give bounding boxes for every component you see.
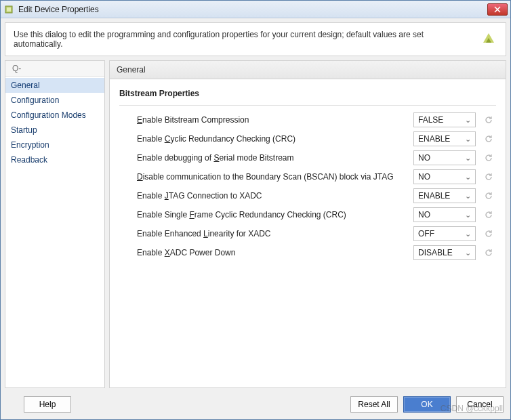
help-button[interactable]: Help bbox=[24, 396, 71, 413]
chevron-down-icon: ⌄ bbox=[465, 249, 471, 257]
sidebar-item[interactable]: Configuration bbox=[5, 93, 104, 108]
info-text: Use this dialog to edit the programming … bbox=[14, 30, 473, 49]
property-row: Enable Enhanced Linearity for XADCOFF⌄ bbox=[119, 226, 496, 241]
dialog-window: Edit Device Properties Use this dialog t… bbox=[0, 0, 511, 420]
reset-all-label: Reset All bbox=[358, 400, 390, 409]
property-label: Enable JTAG Connection to XADC bbox=[119, 191, 408, 201]
property-row: Enable Cyclic Redundancy Checking (CRC)E… bbox=[119, 131, 496, 146]
property-label: Enable XADC Power Down bbox=[119, 248, 408, 257]
reset-icon[interactable] bbox=[481, 150, 496, 165]
reset-icon[interactable] bbox=[481, 188, 496, 203]
search-input[interactable] bbox=[11, 62, 115, 75]
property-row: Enable XADC Power DownDISABLE⌄ bbox=[119, 245, 496, 260]
select-value: ENABLE bbox=[418, 134, 450, 144]
select-value: NO bbox=[418, 172, 430, 182]
app-icon bbox=[3, 4, 14, 15]
sidebar-item[interactable]: Readback bbox=[5, 152, 104, 167]
select-value: NO bbox=[418, 153, 430, 163]
sidebar-item[interactable]: Encryption bbox=[5, 138, 104, 152]
property-select[interactable]: NO⌄ bbox=[413, 207, 476, 222]
property-select[interactable]: ENABLE⌄ bbox=[413, 131, 476, 146]
property-select[interactable]: FALSE⌄ bbox=[413, 112, 476, 127]
property-select[interactable]: NO⌄ bbox=[413, 150, 476, 165]
chevron-down-icon: ⌄ bbox=[465, 135, 471, 144]
property-label: Enable debugging of Serial mode Bitstrea… bbox=[119, 153, 408, 163]
sidebar: GeneralConfigurationConfiguration ModesS… bbox=[5, 60, 105, 388]
chevron-down-icon: ⌄ bbox=[465, 173, 471, 182]
divider bbox=[119, 105, 496, 106]
pane-header: General bbox=[110, 61, 506, 79]
sidebar-item[interactable]: Configuration Modes bbox=[5, 108, 104, 123]
help-label: Help bbox=[39, 400, 56, 409]
close-button[interactable] bbox=[487, 3, 508, 16]
close-icon bbox=[494, 6, 501, 13]
titlebar: Edit Device Properties bbox=[1, 1, 510, 18]
chevron-down-icon: ⌄ bbox=[465, 230, 471, 238]
property-label: Enable Single Frame Cyclic Redundancy Ch… bbox=[119, 210, 408, 219]
chevron-down-icon: ⌄ bbox=[465, 192, 471, 201]
svg-rect-1 bbox=[7, 7, 11, 12]
nav-list: GeneralConfigurationConfiguration ModesS… bbox=[5, 77, 104, 387]
property-row: Disable communication to the Boundary Sc… bbox=[119, 169, 496, 184]
select-value: OFF bbox=[418, 229, 434, 238]
property-select[interactable]: ENABLE⌄ bbox=[413, 188, 476, 203]
select-value: DISABLE bbox=[418, 248, 453, 257]
reset-icon[interactable] bbox=[481, 207, 496, 222]
section-title: Bitstream Properties bbox=[119, 89, 496, 98]
property-label: Enable Cyclic Redundancy Checking (CRC) bbox=[119, 134, 408, 144]
chevron-down-icon: ⌄ bbox=[465, 211, 471, 219]
cancel-button[interactable]: Cancel bbox=[456, 396, 504, 413]
footer: Help Reset All OK Cancel bbox=[1, 391, 510, 419]
select-value: FALSE bbox=[418, 115, 443, 125]
ok-button[interactable]: OK bbox=[403, 396, 451, 413]
ok-label: OK bbox=[421, 400, 432, 409]
info-banner: Use this dialog to edit the programming … bbox=[5, 22, 506, 56]
chevron-down-icon: ⌄ bbox=[465, 116, 471, 125]
sidebar-item[interactable]: General bbox=[5, 78, 104, 93]
property-row: Enable Single Frame Cyclic Redundancy Ch… bbox=[119, 207, 496, 222]
property-label: Enable Enhanced Linearity for XADC bbox=[119, 229, 408, 238]
pane-content: Bitstream Properties Enable Bitstream Co… bbox=[110, 79, 506, 387]
body: GeneralConfigurationConfiguration ModesS… bbox=[5, 60, 506, 388]
chevron-down-icon: ⌄ bbox=[465, 154, 471, 163]
select-value: ENABLE bbox=[418, 191, 450, 201]
select-value: NO bbox=[418, 210, 430, 219]
window-title: Edit Device Properties bbox=[18, 5, 483, 14]
property-select[interactable]: OFF⌄ bbox=[413, 226, 476, 241]
reset-icon[interactable] bbox=[481, 226, 496, 241]
property-row: Enable Bitstream CompressionFALSE⌄ bbox=[119, 112, 496, 127]
search-box bbox=[5, 61, 104, 77]
sidebar-item[interactable]: Startup bbox=[5, 123, 104, 138]
reset-icon[interactable] bbox=[481, 131, 496, 146]
property-row: Enable JTAG Connection to XADCENABLE⌄ bbox=[119, 188, 496, 203]
cancel-label: Cancel bbox=[467, 400, 492, 409]
property-label: Enable Bitstream Compression bbox=[119, 115, 408, 125]
reset-icon[interactable] bbox=[481, 245, 496, 260]
content-pane: General Bitstream Properties Enable Bits… bbox=[109, 60, 506, 388]
brand-logo-icon bbox=[480, 30, 497, 48]
reset-icon[interactable] bbox=[481, 169, 496, 184]
property-row: Enable debugging of Serial mode Bitstrea… bbox=[119, 150, 496, 165]
reset-all-button[interactable]: Reset All bbox=[350, 396, 398, 413]
reset-icon[interactable] bbox=[481, 112, 496, 127]
property-select[interactable]: DISABLE⌄ bbox=[413, 245, 476, 260]
property-label: Disable communication to the Boundary Sc… bbox=[119, 172, 408, 182]
property-select[interactable]: NO⌄ bbox=[413, 169, 476, 184]
